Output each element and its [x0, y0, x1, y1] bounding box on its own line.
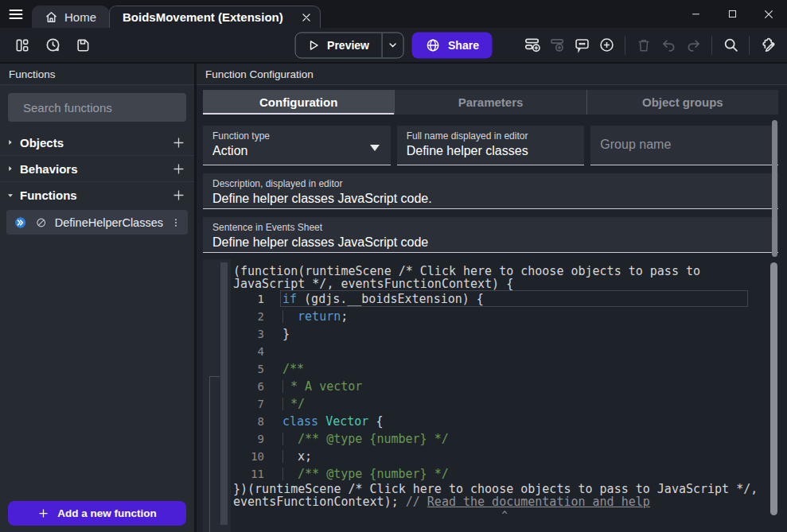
code-line[interactable]: 4: [231, 343, 778, 360]
full-name-field[interactable]: Full name displayed in editor Define hel…: [397, 126, 585, 165]
full-name-label: Full name displayed in editor: [407, 130, 575, 142]
add-subevent-icon: [548, 36, 567, 54]
config-scrollbar[interactable]: [772, 120, 777, 257]
redo-button[interactable]: [682, 34, 704, 56]
preview-button[interactable]: Preview: [295, 33, 382, 57]
expand-caret[interactable]: ^: [231, 508, 778, 522]
current-line-highlight: [280, 290, 748, 307]
close-icon: [763, 9, 774, 20]
line-number: 2: [231, 308, 264, 325]
chevron-down-icon: [6, 192, 14, 200]
code-line[interactable]: 2 return;: [231, 308, 778, 325]
select-caret-icon: [370, 145, 380, 151]
function-item-menu-button[interactable]: [170, 216, 181, 229]
function-type-value: Action: [212, 144, 381, 158]
globe-icon: [426, 37, 441, 52]
add-a-new-function-button[interactable]: Add a new function: [8, 501, 186, 526]
documentation-link[interactable]: Read the documentation and help: [427, 495, 650, 509]
search-button[interactable]: [719, 34, 742, 56]
code-line[interactable]: 6 * A vector: [231, 378, 778, 395]
code-line[interactable]: 7 */: [231, 395, 778, 413]
window-tabs: Home BoidsMovement (Extension): [32, 0, 321, 28]
group-name-field[interactable]: [590, 126, 778, 165]
plus-icon: [171, 188, 186, 203]
toolbar-right-icons: [521, 34, 787, 56]
add-a-new-function-label: Add a new function: [57, 507, 157, 519]
code-line[interactable]: 8class Vector {: [231, 413, 778, 430]
delete-button[interactable]: [633, 34, 655, 56]
toolbar-divider: [749, 36, 750, 55]
code-line[interactable]: 1if (gdjs.__boidsExtension) {: [231, 290, 778, 308]
full-name-value: Define helper classes: [407, 144, 575, 158]
code-panel-scrollbar[interactable]: [220, 262, 228, 525]
main-panel-title: Function Configuration: [197, 64, 787, 85]
chevron-down-icon: [388, 40, 399, 51]
preview-button-label: Preview: [327, 39, 369, 52]
tab-object-groups[interactable]: Object groups: [586, 90, 778, 115]
share-button-label: Share: [448, 39, 479, 52]
line-number: 1: [231, 290, 264, 308]
search-icon: [723, 37, 739, 53]
private-icon: [35, 216, 47, 229]
add-event-button[interactable]: [521, 34, 543, 56]
action-function-icon: [13, 215, 28, 231]
sentence-field[interactable]: Sentence in Events Sheet Define helper c…: [203, 217, 778, 253]
search-functions-box[interactable]: [8, 93, 186, 122]
tab-boidsmovement[interactable]: BoidsMovement (Extension): [109, 6, 321, 28]
line-number: 11: [231, 465, 264, 483]
line-number: 9: [231, 430, 264, 448]
save-button[interactable]: [72, 34, 94, 56]
description-field[interactable]: Description, displayed in editor Define …: [203, 173, 778, 209]
minimize-button[interactable]: [677, 0, 714, 28]
function-item-label: DefineHelperClasses: [55, 216, 163, 229]
edit-extension-button[interactable]: [757, 34, 779, 56]
code-footer-line[interactable]: eventsFunctionContext); // Read the docu…: [231, 495, 778, 508]
maximize-button[interactable]: [714, 0, 750, 28]
code-line[interactable]: 10 x;: [231, 448, 778, 465]
toolbar-center: Preview Share: [294, 32, 493, 58]
code-line[interactable]: 3}: [231, 325, 778, 343]
share-button[interactable]: Share: [412, 32, 493, 58]
editor-scrollbar[interactable]: [770, 262, 777, 515]
tab-home[interactable]: Home: [32, 6, 109, 28]
undo-button[interactable]: [657, 34, 680, 56]
javascript-code-editor[interactable]: (function(runtimeScene /* Click here to …: [231, 259, 778, 532]
code-line[interactable]: 5/**: [231, 360, 778, 378]
save-icon: [75, 37, 91, 53]
add-function-plus-button[interactable]: [171, 188, 186, 203]
tab-parameters[interactable]: Parameters: [394, 90, 586, 115]
add-subevent-button[interactable]: [546, 34, 568, 56]
version-history-button[interactable]: [41, 34, 64, 56]
add-object-button[interactable]: [171, 135, 186, 150]
add-comment-button[interactable]: [571, 34, 593, 56]
function-configuration-panel: Function Configuration Configuration Par…: [197, 64, 787, 532]
preview-options-button[interactable]: [382, 33, 403, 57]
sidebar-section-objects[interactable]: Objects: [0, 130, 194, 156]
titlebar: Home BoidsMovement (Extension): [0, 0, 787, 28]
code-line[interactable]: 9 /** @type {number} */: [231, 430, 778, 448]
project-manager-button[interactable]: [11, 34, 33, 56]
main-menu-button[interactable]: [0, 0, 32, 28]
sidebar-section-functions[interactable]: Functions: [0, 182, 194, 208]
search-functions-input[interactable]: [23, 101, 181, 115]
add-event-icon: [524, 36, 542, 54]
group-name-input[interactable]: [600, 130, 769, 159]
toolbar: Preview Share: [0, 28, 787, 64]
function-type-select[interactable]: Function type Action: [203, 126, 391, 165]
code-content: (function(runtimeScene /* Click here to …: [231, 259, 778, 508]
sidebar-spacer: [0, 235, 194, 501]
plus-icon: [171, 135, 186, 150]
function-item-definehelperclasses[interactable]: DefineHelperClasses: [6, 210, 188, 235]
add-behavior-button[interactable]: [171, 161, 186, 177]
close-window-button[interactable]: [750, 0, 787, 28]
code-header-line[interactable]: JavaScript */, eventsFunctionContext) {: [231, 278, 778, 290]
plus-icon: [37, 507, 49, 519]
description-label: Description, displayed in editor: [212, 178, 769, 189]
code-line[interactable]: 11 /** @type {number} */: [231, 465, 778, 483]
add-other-button[interactable]: [595, 34, 618, 56]
code-footer-line[interactable]: })(runtimeScene /* Click here to choose …: [231, 483, 778, 495]
sidebar-section-behaviors[interactable]: Behaviors: [0, 156, 194, 182]
code-header-line[interactable]: (function(runtimeScene /* Click here to …: [231, 265, 778, 278]
close-tab-button[interactable]: [301, 12, 312, 23]
tab-configuration[interactable]: Configuration: [203, 90, 394, 115]
